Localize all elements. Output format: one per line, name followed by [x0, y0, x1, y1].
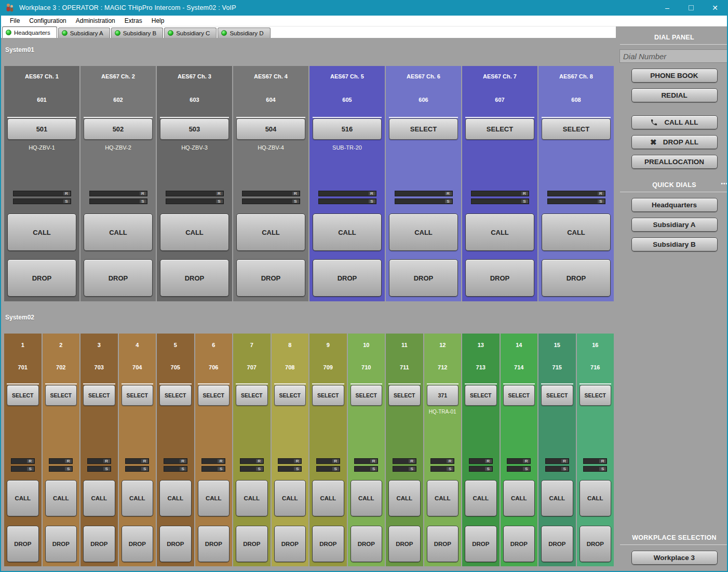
- call-button[interactable]: CALL: [84, 214, 153, 251]
- select-button[interactable]: SELECT: [388, 385, 421, 406]
- select-button[interactable]: 371: [427, 385, 459, 406]
- drop-button[interactable]: DROP: [541, 526, 573, 562]
- tab-subsidiary-c[interactable]: Subsidiary C: [164, 28, 217, 38]
- call-button[interactable]: CALL: [579, 480, 612, 516]
- quick-dials-menu-icon[interactable]: •••: [721, 181, 728, 187]
- meter-bar: R: [395, 191, 453, 196]
- drop-button[interactable]: DROP: [198, 526, 230, 562]
- select-button[interactable]: SELECT: [159, 385, 192, 406]
- select-button[interactable]: 516: [313, 118, 382, 140]
- select-button[interactable]: SELECT: [274, 385, 306, 406]
- minimize-button[interactable]: –: [655, 0, 679, 16]
- call-button[interactable]: CALL: [465, 480, 497, 516]
- call-button[interactable]: CALL: [503, 480, 535, 516]
- drop-button[interactable]: DROP: [579, 526, 612, 562]
- tab-subsidiary-a[interactable]: Subsidiary A: [58, 28, 110, 38]
- drop-button[interactable]: DROP: [427, 526, 459, 562]
- select-button[interactable]: SELECT: [465, 118, 534, 140]
- select-button[interactable]: SELECT: [83, 385, 115, 406]
- call-button[interactable]: CALL: [541, 480, 573, 516]
- drop-button[interactable]: DROP: [7, 526, 39, 562]
- call-button[interactable]: CALL: [236, 480, 268, 516]
- select-button[interactable]: SELECT: [541, 385, 573, 406]
- drop-button[interactable]: DROP: [83, 526, 115, 562]
- select-button[interactable]: SELECT: [389, 118, 458, 140]
- preallocation-button[interactable]: PREALLOCATION: [631, 155, 718, 169]
- select-button[interactable]: 504: [236, 118, 305, 140]
- drop-button[interactable]: DROP: [274, 526, 306, 562]
- call-button[interactable]: CALL: [45, 480, 77, 516]
- channel-column: 13713SELECTRSCALLDROP: [462, 334, 500, 566]
- call-button[interactable]: CALL: [122, 480, 154, 516]
- select-button[interactable]: SELECT: [45, 385, 77, 406]
- select-button[interactable]: 501: [7, 118, 76, 140]
- menu-item-administration[interactable]: Administration: [71, 17, 120, 24]
- quick-dial-headquarters-button[interactable]: Headquarters: [631, 198, 718, 212]
- drop-button[interactable]: DROP: [465, 259, 534, 297]
- drop-button[interactable]: DROP: [388, 526, 421, 562]
- call-all-button[interactable]: CALL ALL: [631, 115, 718, 129]
- menu-item-configuration[interactable]: Configuration: [24, 17, 71, 24]
- call-button[interactable]: CALL: [313, 214, 382, 251]
- call-button[interactable]: CALL: [312, 480, 344, 516]
- drop-button[interactable]: DROP: [313, 259, 382, 297]
- select-button[interactable]: SELECT: [198, 385, 230, 406]
- select-button[interactable]: SELECT: [579, 385, 612, 406]
- select-button[interactable]: SELECT: [7, 385, 39, 406]
- drop-button[interactable]: DROP: [236, 526, 268, 562]
- drop-button[interactable]: DROP: [312, 526, 344, 562]
- tab-label: Subsidiary B: [123, 30, 157, 36]
- drop-button[interactable]: DROP: [84, 259, 153, 297]
- drop-button[interactable]: DROP: [236, 259, 305, 297]
- select-button[interactable]: SELECT: [350, 385, 383, 406]
- select-button[interactable]: SELECT: [465, 385, 497, 406]
- drop-button[interactable]: DROP: [160, 259, 229, 297]
- menu-item-extras[interactable]: Extras: [120, 17, 147, 24]
- call-button[interactable]: CALL: [7, 480, 39, 516]
- tab-subsidiary-b[interactable]: Subsidiary B: [111, 28, 164, 38]
- drop-button[interactable]: DROP: [122, 526, 154, 562]
- quick-dial-subsidiary-a-button[interactable]: Subsidiary A: [631, 218, 718, 232]
- call-button[interactable]: CALL: [427, 480, 459, 516]
- menu-item-file[interactable]: File: [5, 17, 24, 24]
- call-button[interactable]: CALL: [274, 480, 306, 516]
- select-button[interactable]: 503: [160, 118, 229, 140]
- call-button[interactable]: CALL: [83, 480, 115, 516]
- tab-subsidiary-d[interactable]: Subsidiary D: [218, 28, 270, 38]
- phone-book-button[interactable]: PHONE BOOK: [631, 69, 718, 83]
- menu-item-help[interactable]: Help: [147, 17, 169, 24]
- call-button[interactable]: CALL: [160, 214, 229, 251]
- dial-number-input[interactable]: [619, 49, 728, 63]
- drop-button[interactable]: DROP: [350, 526, 383, 562]
- select-button[interactable]: SELECT: [542, 118, 611, 140]
- drop-button[interactable]: DROP: [45, 526, 77, 562]
- select-button[interactable]: SELECT: [122, 385, 154, 406]
- drop-button[interactable]: DROP: [542, 259, 611, 297]
- select-button[interactable]: 502: [84, 118, 153, 140]
- call-button[interactable]: CALL: [389, 214, 458, 251]
- call-button[interactable]: CALL: [159, 480, 192, 516]
- drop-button[interactable]: DROP: [465, 526, 497, 562]
- drop-all-button[interactable]: ✖ DROP ALL: [631, 135, 718, 149]
- redial-button[interactable]: REDIAL: [631, 88, 718, 102]
- drop-button[interactable]: DROP: [7, 259, 76, 297]
- call-button[interactable]: CALL: [465, 214, 534, 251]
- select-button[interactable]: SELECT: [312, 385, 344, 406]
- select-button[interactable]: SELECT: [236, 385, 268, 406]
- drop-button[interactable]: DROP: [503, 526, 535, 562]
- call-button[interactable]: CALL: [388, 480, 421, 516]
- drop-button[interactable]: DROP: [389, 259, 458, 297]
- tab-headquarters[interactable]: Headquarters: [2, 26, 57, 38]
- workplace-3-button[interactable]: Workplace 3: [631, 551, 718, 565]
- maximize-button[interactable]: [679, 0, 703, 16]
- call-button[interactable]: CALL: [542, 214, 611, 251]
- call-button[interactable]: CALL: [198, 480, 230, 516]
- call-button[interactable]: CALL: [7, 214, 76, 251]
- drop-button[interactable]: DROP: [159, 526, 192, 562]
- close-button[interactable]: ✕: [703, 0, 727, 16]
- quick-dial-subsidiary-b-button[interactable]: Subsidiary B: [631, 237, 718, 251]
- call-button[interactable]: CALL: [350, 480, 383, 516]
- meter-label-r: R: [598, 192, 604, 195]
- call-button[interactable]: CALL: [236, 214, 305, 251]
- select-button[interactable]: SELECT: [503, 385, 535, 406]
